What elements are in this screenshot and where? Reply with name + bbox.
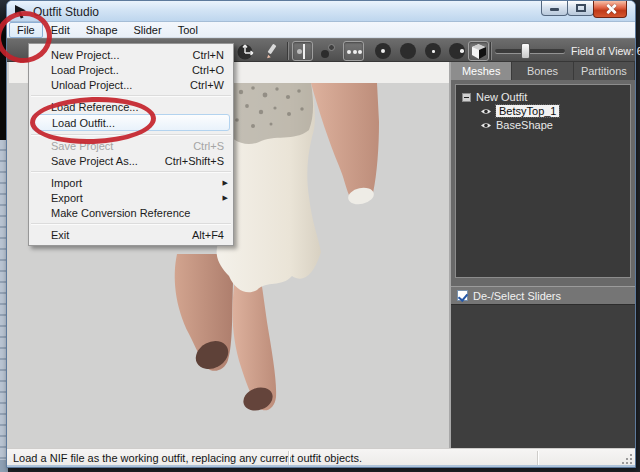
menu-item-label: Unload Project... [51,79,190,91]
outfit-studio-window: Outfit Studio File Edit Shape Slider Too… [6,0,636,468]
close-icon [606,4,616,14]
collapse-icon[interactable] [462,93,471,102]
smooth-brush-icon[interactable] [423,41,444,61]
menu-item-make-conversion-reference[interactable]: Make Conversion Reference [29,205,233,220]
resize-grip-icon[interactable] [621,453,633,465]
menu-item-label: Exit [51,229,192,241]
submenu-arrow-icon: ▶ [223,194,228,202]
meshes-tree: New Outfit BetsyTop_1 BaseShape [455,84,631,278]
menu-item-shortcut: Ctrl+S [193,140,224,152]
menu-separator [31,95,231,96]
close-button[interactable] [593,1,627,18]
menu-item-shortcut: Alt+F4 [192,229,224,241]
menu-item-label: Load Project.. [51,64,192,76]
eye-visible-icon[interactable] [480,121,492,130]
minimize-icon [550,8,559,11]
tree-root-new-outfit[interactable]: New Outfit [456,90,630,104]
pencil-icon[interactable] [262,41,283,61]
menu-item-label: Import [51,177,224,189]
menubar-item-slider[interactable]: Slider [126,22,170,38]
cube-view-icon[interactable] [468,41,489,61]
transform-gizmo-icon[interactable] [236,41,257,61]
vertex-pair-icon[interactable] [318,41,339,61]
menu-separator [31,171,231,172]
connected-dots-icon[interactable] [343,41,364,61]
toolbar-separator-2 [490,42,491,60]
file-menu-popup: New Project... Ctrl+N Load Project.. Ctr… [28,43,234,246]
status-divider [537,451,538,466]
submenu-arrow-icon: ▶ [223,179,228,187]
maximize-icon [576,4,586,12]
mirror-toggle-icon[interactable] [292,41,313,61]
tab-partitions[interactable]: Partitions [574,62,635,80]
tree-item-label: BetsyTop_1 [496,105,559,117]
menu-item-unload-project[interactable]: Unload Project... Ctrl+W [29,77,233,92]
window-bottom-border [7,465,635,467]
menu-item-label: Export [51,192,224,204]
menubar: File Edit Shape Slider Tool [7,22,635,38]
tree-item-baseshape[interactable]: BaseShape [456,118,630,132]
sliders-header-label: De-/Select Sliders [473,290,561,302]
status-message: Load a NIF file as the working outfit, r… [13,452,362,464]
sliders-header: De-/Select Sliders [451,286,635,304]
eye-visible-icon[interactable] [480,107,492,116]
menu-item-shortcut: Ctrl+Shift+S [165,155,224,167]
tab-bones[interactable]: Bones [512,62,573,80]
titlebar[interactable]: Outfit Studio [7,1,635,22]
menu-item-load-project[interactable]: Load Project.. Ctrl+O [29,62,233,77]
menubar-item-shape[interactable]: Shape [78,22,126,38]
tree-item-betsytop[interactable]: BetsyTop_1 [456,104,630,118]
tree-root-label: New Outfit [476,91,527,103]
status-divider [288,451,289,466]
menu-item-export[interactable]: Export ▶ [29,190,233,205]
menu-item-new-project[interactable]: New Project... Ctrl+N [29,47,233,62]
menu-item-save-project-as[interactable]: Save Project As... Ctrl+Shift+S [29,153,233,168]
menu-item-label: Save Project As... [51,155,165,167]
maximize-button[interactable] [567,1,594,16]
menu-item-label: New Project... [51,49,193,61]
menubar-item-tool[interactable]: Tool [170,22,206,38]
menu-item-label: Make Conversion Reference [51,207,224,219]
menu-item-shortcut: Ctrl+W [190,79,224,91]
field-of-view-label: Field of View: 65 [571,45,640,57]
inflate-brush-icon[interactable] [373,41,394,61]
menu-separator [31,223,231,224]
menu-item-shortcut: Ctrl+O [192,64,224,76]
right-panel: Meshes Bones Partitions New Outfit Betsy… [449,62,635,448]
menu-item-import[interactable]: Import ▶ [29,175,233,190]
screen: Outfit Studio File Edit Shape Slider Too… [0,0,640,472]
minimize-button[interactable] [541,1,568,16]
toolbar-separator [287,42,288,60]
tree-item-label: BaseShape [496,119,553,131]
field-of-view-slider-thumb[interactable] [521,43,530,59]
window-controls [542,1,627,18]
panel-tabs: Meshes Bones Partitions [451,62,635,80]
move-brush-icon[interactable] [447,41,468,61]
menu-item-exit[interactable]: Exit Alt+F4 [29,227,233,242]
menu-item-shortcut: Ctrl+N [193,49,224,61]
deflate-brush-icon[interactable] [398,41,419,61]
sliders-list-area[interactable] [451,304,635,448]
tab-meshes[interactable]: Meshes [451,62,512,80]
select-sliders-checkbox[interactable] [457,290,468,301]
field-of-view-slider[interactable] [495,49,565,53]
